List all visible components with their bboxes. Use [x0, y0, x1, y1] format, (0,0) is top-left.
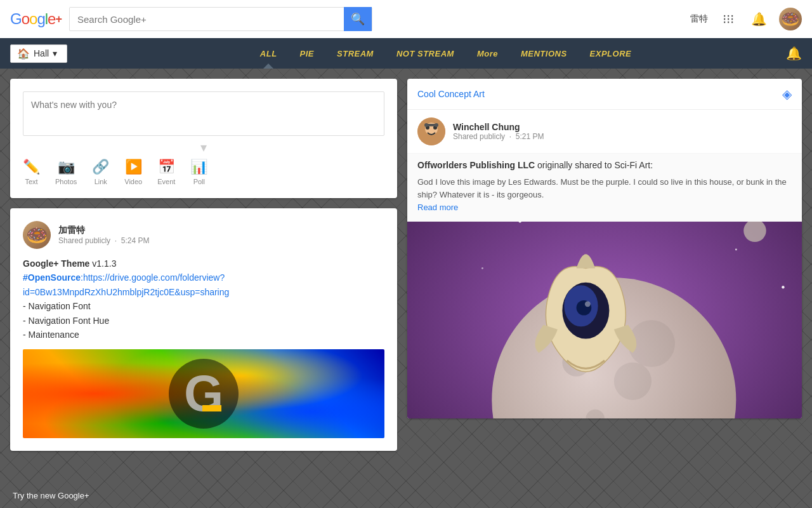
svg-text:G: G: [184, 365, 223, 422]
post-body: Google+ Theme v1.1.3 #OpenSource:https:/…: [23, 257, 384, 342]
nav-items: ALL PIE STREAM NOT STREAM More MENTIONS …: [105, 38, 786, 69]
g-logo: G: [166, 356, 242, 432]
composer-input[interactable]: [23, 91, 384, 136]
post-feature-2: - Navigation Font Hue: [23, 316, 109, 326]
right-post-avatar[interactable]: [417, 117, 445, 145]
tool-poll[interactable]: 📊 Poll: [190, 159, 207, 185]
nav-bell-icon[interactable]: 🔔: [786, 46, 802, 61]
right-post-author[interactable]: Winchell Chung: [453, 122, 544, 132]
nav-item-not-stream[interactable]: NOT STREAM: [385, 38, 466, 69]
tool-photos[interactable]: 📷 Photos: [55, 159, 77, 185]
search-button[interactable]: 🔍: [344, 7, 372, 31]
svg-rect-2: [202, 405, 221, 411]
right-card: Cool Concept Art ◈: [407, 79, 802, 418]
search-bar: 🔍: [69, 7, 373, 31]
nav-item-all[interactable]: ALL: [249, 38, 289, 69]
post-hashtag[interactable]: #OpenSource: [23, 272, 81, 283]
try-banner-text: Try the new Google+: [13, 491, 89, 500]
right-post-text: God I love this image by Les Edwards. Mu…: [417, 176, 792, 201]
left-post-card: 🍩 加雷特 Shared publicly · 5:24 PM Google+ …: [10, 208, 397, 451]
post-composer: ▾ ✏️ Text 📷 Photos 🔗 Link ▶️ Video: [10, 79, 397, 198]
nav-item-more[interactable]: More: [466, 38, 509, 69]
post-title: Google+ Theme: [23, 258, 89, 269]
community-name: Hall: [34, 48, 49, 58]
header: Google+ 🔍 雷特 ⁝⁝⁝ 🔔 🍩: [0, 0, 812, 38]
user-avatar[interactable]: 🍩: [779, 8, 802, 30]
svg-point-8: [424, 123, 428, 127]
shared-to-text: originally shared to Sci-Fi Art:: [537, 160, 653, 170]
post-header: 🍩 加雷特 Shared publicly · 5:24 PM: [23, 221, 384, 249]
svg-point-18: [782, 286, 784, 288]
right-post-header: Winchell Chung Shared publicly · 5:21 PM: [407, 110, 802, 153]
post-version: v1.1.3: [92, 258, 116, 269]
post-meta: 加雷特 Shared publicly · 5:24 PM: [58, 225, 149, 245]
right-post-meta: Winchell Chung Shared publicly · 5:21 PM: [453, 122, 544, 141]
navbar: 🏠 Hall ▾ ALL PIE STREAM NOT STREAM More …: [0, 38, 812, 69]
nav-item-explore[interactable]: EXPLORE: [579, 38, 643, 69]
photos-icon: 📷: [58, 159, 75, 175]
apps-icon[interactable]: ⁝⁝⁝: [718, 9, 738, 29]
bell-icon[interactable]: 🔔: [749, 9, 769, 29]
svg-point-17: [481, 267, 483, 269]
logo-o2: o: [29, 10, 37, 28]
right-card-header: Cool Concept Art ◈: [407, 79, 802, 110]
logo-o1: o: [22, 10, 29, 28]
composer-tools: ✏️ Text 📷 Photos 🔗 Link ▶️ Video 📅: [23, 159, 384, 185]
nav-item-stream[interactable]: STREAM: [325, 38, 385, 69]
poll-icon: 📊: [190, 159, 207, 175]
composer-arrow: ▾: [23, 141, 384, 154]
svg-point-28: [585, 301, 591, 307]
card-options-icon[interactable]: ◈: [782, 86, 792, 102]
right-post-time: Shared publicly · 5:21 PM: [453, 132, 544, 141]
post-feature-3: - Maintenance: [23, 330, 79, 340]
logo-g2: g: [37, 10, 44, 28]
svg-point-22: [614, 363, 652, 400]
tool-video[interactable]: ▶️ Video: [124, 159, 142, 185]
try-banner[interactable]: Try the new Google+: [0, 483, 102, 508]
house-icon: 🏠: [17, 48, 30, 60]
link-icon: 🔗: [92, 159, 109, 175]
video-icon: ▶️: [125, 159, 142, 175]
text-icon: ✏️: [23, 159, 40, 175]
right-card-image: [407, 222, 802, 418]
left-column: ▾ ✏️ Text 📷 Photos 🔗 Link ▶️ Video: [10, 79, 397, 451]
svg-point-16: [735, 248, 737, 250]
post-feature-1: - Navigation Font: [23, 301, 91, 311]
event-icon: 📅: [158, 159, 175, 175]
avatar-image: 🍩: [781, 10, 800, 28]
post-author[interactable]: 加雷特: [58, 225, 149, 236]
nav-item-mentions[interactable]: MENTIONS: [509, 38, 579, 69]
main-content: ▾ ✏️ Text 📷 Photos 🔗 Link ▶️ Video: [0, 69, 812, 461]
read-more-link[interactable]: Read more: [417, 203, 458, 212]
right-post-body: Offworlders Publishing LLC originally sh…: [407, 153, 802, 222]
right-column: Cool Concept Art ◈: [407, 79, 802, 451]
right-card-title[interactable]: Cool Concept Art: [417, 89, 485, 99]
search-input[interactable]: [70, 14, 344, 25]
post-avatar[interactable]: 🍩: [23, 221, 51, 249]
header-right: 雷特 ⁝⁝⁝ 🔔 🍩: [690, 8, 802, 30]
shared-by: Offworlders Publishing LLC: [417, 160, 535, 170]
logo-plus: +: [55, 13, 62, 26]
tool-link[interactable]: 🔗 Link: [92, 159, 109, 185]
user-name: 雷特: [690, 13, 708, 25]
logo[interactable]: Google+: [10, 10, 62, 28]
nav-item-pie[interactable]: PIE: [289, 38, 325, 69]
post-image-content: G: [23, 349, 384, 438]
community-selector[interactable]: 🏠 Hall ▾: [10, 44, 67, 63]
tool-text[interactable]: ✏️ Text: [23, 159, 40, 185]
logo-g: G: [10, 10, 22, 28]
svg-point-9: [435, 123, 438, 127]
tool-event[interactable]: 📅 Event: [157, 159, 175, 185]
post-image: G: [23, 349, 384, 438]
post-time: Shared publicly · 5:24 PM: [58, 236, 149, 245]
chevron-down-icon: ▾: [53, 48, 57, 58]
logo-e: e: [48, 10, 55, 28]
